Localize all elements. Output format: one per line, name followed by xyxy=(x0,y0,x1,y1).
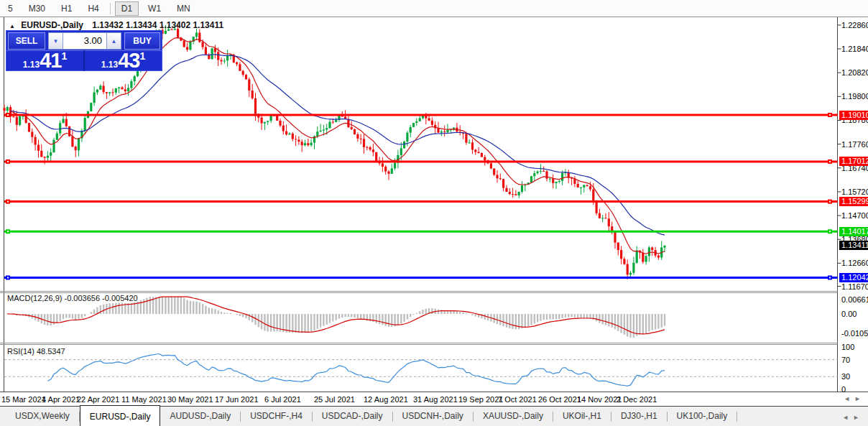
macd-axis-label: 0.006611 xyxy=(841,295,868,304)
volume-decrease-button[interactable]: ▼ xyxy=(48,32,63,50)
chevron-up-icon: ▲ xyxy=(111,38,117,45)
collapse-triangle-icon[interactable]: ▲ xyxy=(9,23,15,29)
macd-indicator-label: MACD(12,26,9) -0.003656 -0.005420 xyxy=(7,294,138,302)
price-tick-label: 1.15720 xyxy=(841,187,868,196)
date-axis-label: 15 Mar 2021 xyxy=(1,395,46,404)
volume-input[interactable]: 3.00 xyxy=(63,32,106,50)
macd-axis-label: -0.010595 xyxy=(841,329,868,338)
sell-button[interactable]: SELL xyxy=(8,32,45,50)
hline-price-label: 1.19010 xyxy=(839,111,868,120)
current-price-label: 1.13411 xyxy=(839,241,868,250)
date-axis-label: 31 Aug 2021 xyxy=(413,395,458,404)
rsi-indicator-label: RSI(14) 48.5347 xyxy=(7,347,65,356)
buy-button[interactable]: BUY xyxy=(124,32,160,50)
tab-uk100-daily[interactable]: UK100-,Daily xyxy=(668,407,737,426)
symbol-period-label: EURUSD-,Daily xyxy=(21,20,83,30)
tab-usdchf-h4[interactable]: USDCHF-,H4 xyxy=(241,407,312,426)
chart-title: ▲ EURUSD-,Daily 1.13432 1.13434 1.13402 … xyxy=(9,20,223,30)
scroll-right-icon: ► xyxy=(854,395,865,402)
time-scroll-arrows[interactable]: ◄► xyxy=(844,395,865,402)
date-axis-label: 7 Oct 2021 xyxy=(498,395,537,404)
tab-scroll-arrows[interactable]: ◄► xyxy=(842,414,864,421)
tab-usdcnh-daily[interactable]: USDCNH-,Daily xyxy=(393,407,473,426)
tab-ukoil-h1[interactable]: UKOil-,H1 xyxy=(553,407,611,426)
tab-audusd-daily[interactable]: AUDUSD-,Daily xyxy=(160,407,240,426)
price-tick-label: 1.19800 xyxy=(841,92,868,101)
scroll-right-icon: ► xyxy=(853,414,864,421)
volume-increase-button[interactable]: ▲ xyxy=(106,32,121,50)
date-axis-label: 17 Jun 2021 xyxy=(215,395,259,404)
hline-price-label: 1.17012 xyxy=(839,157,868,166)
rsi-axis-label: 30 xyxy=(841,372,850,381)
scroll-left-icon: ◄ xyxy=(844,395,854,402)
price-tick-label: 1.20820 xyxy=(841,68,868,77)
date-axis-label: 6 Jul 2021 xyxy=(264,395,301,404)
tab-eurusd-daily[interactable]: EURUSD-,Daily xyxy=(80,405,161,426)
tab-usdcad-daily[interactable]: USDCAD-,Daily xyxy=(313,407,392,426)
rsi-axis-label: 0 xyxy=(841,385,846,394)
date-axis-label: 4 Apr 2021 xyxy=(42,395,80,404)
date-axis-label: 22 Apr 2021 xyxy=(77,395,119,404)
hline-price-label: 1.14017 xyxy=(839,227,868,236)
date-axis-label: 2 Dec 2021 xyxy=(617,395,657,404)
date-axis-label: 26 Oct 2021 xyxy=(538,395,581,404)
hline-price-label: 1.15299 xyxy=(839,197,868,206)
trading-terminal: 5 M30 H1 H4 D1 W1 MN ▲ EURUSD-,Daily 1.1… xyxy=(0,0,868,426)
tab-usdx-weekly[interactable]: USDX,Weekly xyxy=(6,407,79,426)
ask-price[interactable]: 1.13431 xyxy=(85,50,162,71)
price-tick-label: 1.14700 xyxy=(841,211,868,220)
tab-xauusd-daily[interactable]: XAUUSD-,Daily xyxy=(474,407,553,426)
scroll-left-icon: ◄ xyxy=(842,414,853,421)
price-tick-label: 1.11670 xyxy=(841,282,868,291)
bid-price[interactable]: 1.13411 xyxy=(6,50,85,71)
date-axis-label: 19 Sep 2021 xyxy=(458,395,503,404)
rsi-axis-label: 70 xyxy=(841,356,850,364)
price-tick-label: 1.17760 xyxy=(841,140,868,149)
one-click-trade-panel: SELL ▼ 3.00 ▲ BUY 1.13411 1.13431 xyxy=(6,30,162,71)
macd-axis-label: 0.00 xyxy=(841,310,857,318)
time-axis: 15 Mar 20214 Apr 202122 Apr 202111 May 2… xyxy=(0,394,868,406)
price-tick-label: 1.22860 xyxy=(841,21,868,29)
ohlc-quotes: 1.13432 1.13434 1.13402 1.13411 xyxy=(92,20,223,30)
price-tick-label: 1.12660 xyxy=(841,259,868,267)
chevron-down-icon: ▼ xyxy=(53,38,59,45)
date-axis-label: 25 Jul 2021 xyxy=(314,395,355,404)
date-axis-label: 14 Nov 2021 xyxy=(577,395,622,404)
hline-price-label: 1.12042 xyxy=(839,273,868,282)
date-axis-label: 12 Aug 2021 xyxy=(364,395,408,404)
price-tick-label: 1.21840 xyxy=(841,45,868,53)
date-axis-label: 30 May 2021 xyxy=(167,395,213,404)
tab-dj30-h1[interactable]: DJ30-,H1 xyxy=(611,407,667,426)
rsi-axis-label: 100 xyxy=(841,343,854,351)
chart-tab-bar: USDX,Weekly EURUSD-,Daily AUDUSD-,Daily … xyxy=(0,406,868,426)
date-axis-label: 11 May 2021 xyxy=(121,395,167,404)
